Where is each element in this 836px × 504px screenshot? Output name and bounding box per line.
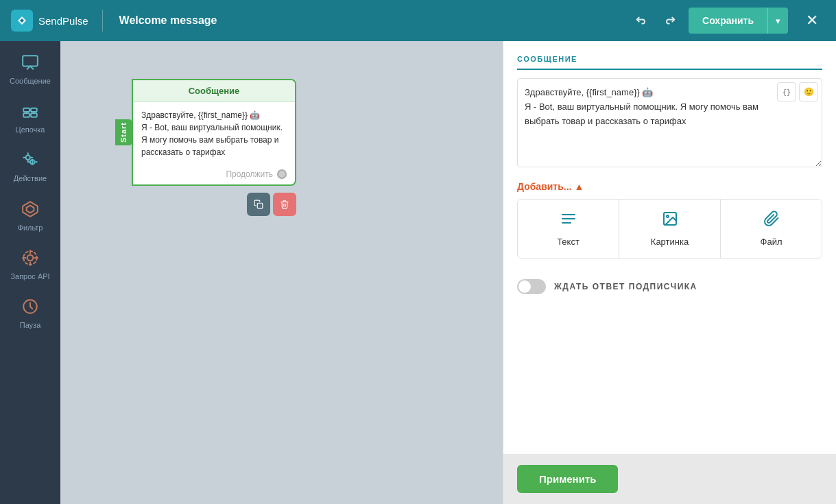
message-textarea-wrapper: Здравствуйте, {{first_name}} 🤖 Я - Bot, …: [517, 78, 822, 170]
sidebar-message-label: Сообщение: [10, 77, 51, 86]
svg-marker-10: [23, 202, 38, 217]
sidebar-chain-label: Цепочка: [16, 125, 45, 134]
sidebar-item-pause[interactable]: Пауза: [3, 291, 57, 337]
card-body: Здравствуйте, {{first_name}} 🤖 Я - Bot, …: [133, 102, 295, 165]
logo-icon: [11, 10, 33, 32]
svg-point-20: [667, 215, 669, 217]
sidebar-item-action[interactable]: Действие: [3, 144, 57, 190]
message-icon: [21, 53, 39, 74]
save-dropdown-button[interactable]: ▾: [767, 8, 788, 34]
emoji-icon: 🙂: [804, 87, 814, 97]
code-icon: {}: [783, 88, 791, 96]
add-buttons-row: Текст Картинка: [517, 199, 822, 259]
image-btn-label: Картинка: [651, 237, 689, 247]
section-label: СООБЩЕНИЕ: [517, 55, 822, 70]
wait-label: ЖДАТЬ ОТВЕТ ПОДПИСЧИКА: [554, 282, 697, 291]
page-title: Welcome message: [119, 14, 217, 27]
chevron-down-icon: ▾: [776, 16, 780, 26]
image-add-icon: [662, 211, 678, 231]
node-actions: [247, 193, 296, 216]
panel-content: СООБЩЕНИЕ Здравствуйте, {{first_name}} 🤖…: [503, 41, 836, 454]
code-insert-button[interactable]: {}: [777, 82, 796, 101]
undo-button[interactable]: [628, 8, 653, 33]
sidebar-item-chain[interactable]: Цепочка: [3, 95, 57, 141]
svg-rect-15: [257, 203, 263, 208]
main-layout: Сообщение Цепочка: [0, 41, 836, 504]
panel-footer: Применить: [503, 454, 836, 504]
app-header: SendPulse Welcome message Сохранить ▾ ✕: [0, 0, 836, 41]
right-panel: СООБЩЕНИЕ Здравствуйте, {{first_name}} 🤖…: [503, 41, 836, 504]
emoji-button[interactable]: 🙂: [799, 82, 818, 101]
svg-point-12: [27, 254, 34, 261]
add-caret-icon: ▲: [574, 181, 584, 192]
sidebar-action-label: Действие: [14, 174, 47, 183]
sidebar: Сообщение Цепочка: [0, 41, 60, 504]
textarea-icons: {} 🙂: [777, 82, 818, 101]
api-icon: [21, 249, 39, 269]
add-section: Добавить... ▲ Текст: [517, 181, 822, 259]
card-header: Сообщение: [133, 80, 295, 102]
delete-node-button[interactable]: [273, 193, 296, 216]
logo-area: SendPulse: [11, 10, 103, 32]
add-file-button[interactable]: Файл: [721, 200, 822, 258]
flow-node: Start Сообщение Здравствуйте, {{first_na…: [115, 79, 296, 186]
svg-rect-0: [23, 56, 38, 66]
action-icon: [21, 151, 39, 171]
wait-toggle[interactable]: [517, 279, 546, 294]
add-label[interactable]: Добавить... ▲: [517, 181, 822, 192]
card-footer: Продолжить: [133, 165, 295, 184]
add-text-button[interactable]: Текст: [518, 200, 619, 258]
add-image-button[interactable]: Картинка: [619, 200, 721, 258]
pause-icon: [21, 298, 39, 318]
file-add-icon: [763, 211, 780, 231]
sidebar-api-label: Запрос API: [10, 272, 49, 281]
copy-node-button[interactable]: [247, 193, 270, 216]
add-text: Добавить...: [517, 181, 571, 192]
header-actions: Сохранить ▾ ✕: [628, 8, 825, 34]
save-button-group: Сохранить ▾: [689, 8, 788, 34]
text-btn-label: Текст: [557, 237, 580, 247]
sidebar-item-message[interactable]: Сообщение: [3, 47, 57, 93]
file-btn-label: Файл: [761, 237, 783, 247]
text-add-icon: [560, 211, 577, 231]
brand-name: SendPulse: [38, 15, 88, 27]
message-card[interactable]: Сообщение Здравствуйте, {{first_name}} 🤖…: [132, 79, 296, 186]
close-button[interactable]: ✕: [799, 8, 825, 34]
sidebar-item-filter[interactable]: Фильтр: [3, 193, 57, 239]
apply-button[interactable]: Применить: [517, 465, 618, 493]
wait-subscriber-section: ЖДАТЬ ОТВЕТ ПОДПИСЧИКА: [517, 269, 822, 304]
chain-icon: [21, 102, 39, 123]
sidebar-item-api[interactable]: Запрос API: [3, 242, 57, 288]
filter-icon: [21, 200, 39, 221]
continue-text: Продолжить: [226, 169, 273, 179]
save-button[interactable]: Сохранить: [689, 8, 767, 34]
sidebar-pause-label: Пауза: [20, 321, 41, 330]
canvas-area[interactable]: Start Сообщение Здравствуйте, {{first_na…: [60, 41, 503, 504]
start-label: Start: [115, 119, 132, 145]
redo-button[interactable]: [658, 8, 683, 33]
sidebar-filter-label: Фильтр: [18, 224, 43, 232]
svg-marker-11: [27, 205, 34, 213]
continue-dot: [277, 169, 287, 179]
